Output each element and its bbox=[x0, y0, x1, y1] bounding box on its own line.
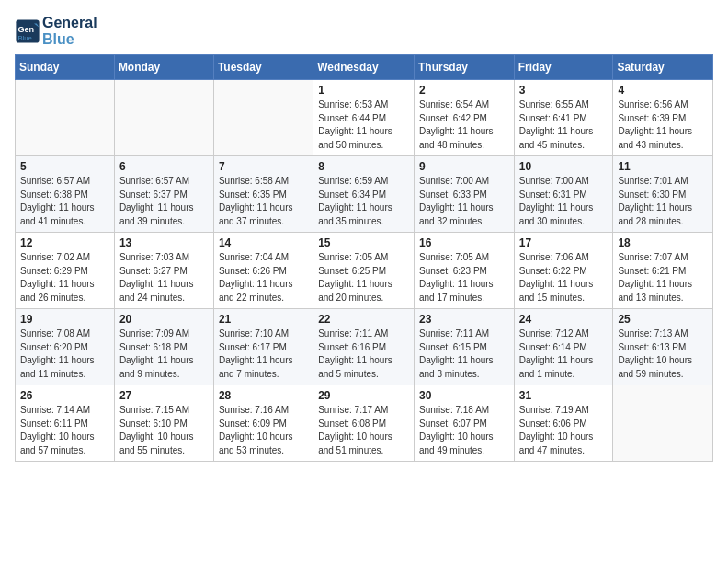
weekday-header-wednesday: Wednesday bbox=[313, 55, 415, 80]
day-number: 22 bbox=[318, 313, 409, 326]
calendar-cell: 9Sunrise: 7:00 AM Sunset: 6:33 PM Daylig… bbox=[414, 156, 514, 233]
logo-icon: Gen Blue bbox=[15, 18, 40, 44]
day-info: Sunrise: 7:18 AM Sunset: 6:07 PM Dayligh… bbox=[419, 404, 509, 457]
calendar-cell: 4Sunrise: 6:56 AM Sunset: 6:39 PM Daylig… bbox=[613, 80, 713, 156]
day-info: Sunrise: 7:11 AM Sunset: 6:16 PM Dayligh… bbox=[318, 327, 409, 381]
day-number: 23 bbox=[419, 313, 509, 326]
calendar-cell: 11Sunrise: 7:01 AM Sunset: 6:30 PM Dayli… bbox=[613, 156, 713, 233]
logo-text-line2: Blue bbox=[42, 31, 97, 48]
calendar-cell: 19Sunrise: 7:08 AM Sunset: 6:20 PM Dayli… bbox=[16, 309, 115, 385]
calendar-cell: 21Sunrise: 7:10 AM Sunset: 6:17 PM Dayli… bbox=[213, 309, 313, 385]
day-info: Sunrise: 6:56 AM Sunset: 6:39 PM Dayligh… bbox=[618, 98, 708, 152]
calendar-week-row: 5Sunrise: 6:57 AM Sunset: 6:38 PM Daylig… bbox=[16, 156, 713, 233]
day-info: Sunrise: 7:04 AM Sunset: 6:26 PM Dayligh… bbox=[219, 251, 308, 304]
day-number: 10 bbox=[519, 160, 609, 173]
calendar-header-row: SundayMondayTuesdayWednesdayThursdayFrid… bbox=[16, 55, 713, 80]
weekday-header-friday: Friday bbox=[514, 55, 613, 80]
day-info: Sunrise: 7:01 AM Sunset: 6:30 PM Dayligh… bbox=[618, 175, 708, 228]
day-info: Sunrise: 6:53 AM Sunset: 6:44 PM Dayligh… bbox=[318, 98, 409, 152]
day-info: Sunrise: 6:55 AM Sunset: 6:41 PM Dayligh… bbox=[519, 98, 609, 152]
svg-text:Blue: Blue bbox=[18, 33, 32, 41]
day-number: 1 bbox=[318, 84, 409, 97]
day-info: Sunrise: 7:09 AM Sunset: 6:18 PM Dayligh… bbox=[119, 327, 209, 381]
day-info: Sunrise: 7:11 AM Sunset: 6:15 PM Dayligh… bbox=[419, 327, 509, 381]
day-info: Sunrise: 7:17 AM Sunset: 6:08 PM Dayligh… bbox=[318, 404, 409, 457]
day-info: Sunrise: 7:08 AM Sunset: 6:20 PM Dayligh… bbox=[20, 327, 109, 381]
day-number: 8 bbox=[318, 160, 409, 173]
calendar-cell: 6Sunrise: 6:57 AM Sunset: 6:37 PM Daylig… bbox=[114, 156, 213, 233]
calendar-cell: 12Sunrise: 7:02 AM Sunset: 6:29 PM Dayli… bbox=[16, 233, 115, 309]
calendar-cell: 28Sunrise: 7:16 AM Sunset: 6:09 PM Dayli… bbox=[213, 385, 313, 462]
day-info: Sunrise: 7:12 AM Sunset: 6:14 PM Dayligh… bbox=[519, 327, 609, 381]
day-number: 14 bbox=[219, 236, 308, 249]
calendar-cell: 20Sunrise: 7:09 AM Sunset: 6:18 PM Dayli… bbox=[114, 309, 213, 385]
weekday-header-monday: Monday bbox=[114, 55, 213, 80]
calendar-cell: 26Sunrise: 7:14 AM Sunset: 6:11 PM Dayli… bbox=[16, 385, 115, 462]
calendar-cell bbox=[114, 80, 213, 156]
calendar-cell bbox=[613, 385, 713, 462]
day-info: Sunrise: 6:57 AM Sunset: 6:37 PM Dayligh… bbox=[119, 175, 209, 228]
day-number: 16 bbox=[419, 236, 509, 249]
weekday-header-tuesday: Tuesday bbox=[213, 55, 313, 80]
weekday-header-sunday: Sunday bbox=[16, 55, 115, 80]
day-info: Sunrise: 7:02 AM Sunset: 6:29 PM Dayligh… bbox=[20, 251, 109, 304]
logo: Gen Blue General Blue bbox=[15, 15, 97, 47]
calendar-cell: 13Sunrise: 7:03 AM Sunset: 6:27 PM Dayli… bbox=[114, 233, 213, 309]
day-number: 9 bbox=[419, 160, 509, 173]
day-number: 28 bbox=[219, 389, 308, 402]
calendar-cell: 3Sunrise: 6:55 AM Sunset: 6:41 PM Daylig… bbox=[514, 80, 613, 156]
calendar-cell bbox=[16, 80, 115, 156]
calendar-cell: 30Sunrise: 7:18 AM Sunset: 6:07 PM Dayli… bbox=[414, 385, 514, 462]
weekday-header-saturday: Saturday bbox=[613, 55, 713, 80]
day-info: Sunrise: 7:05 AM Sunset: 6:25 PM Dayligh… bbox=[318, 251, 409, 304]
day-number: 17 bbox=[519, 236, 609, 249]
calendar-cell: 8Sunrise: 6:59 AM Sunset: 6:34 PM Daylig… bbox=[313, 156, 415, 233]
calendar-cell: 17Sunrise: 7:06 AM Sunset: 6:22 PM Dayli… bbox=[514, 233, 613, 309]
calendar-cell: 5Sunrise: 6:57 AM Sunset: 6:38 PM Daylig… bbox=[16, 156, 115, 233]
calendar-cell: 22Sunrise: 7:11 AM Sunset: 6:16 PM Dayli… bbox=[313, 309, 415, 385]
day-number: 29 bbox=[318, 389, 409, 402]
calendar-table: SundayMondayTuesdayWednesdayThursdayFrid… bbox=[15, 54, 713, 462]
calendar-week-row: 1Sunrise: 6:53 AM Sunset: 6:44 PM Daylig… bbox=[16, 80, 713, 156]
calendar-cell: 23Sunrise: 7:11 AM Sunset: 6:15 PM Dayli… bbox=[414, 309, 514, 385]
calendar-cell: 29Sunrise: 7:17 AM Sunset: 6:08 PM Dayli… bbox=[313, 385, 415, 462]
day-info: Sunrise: 7:00 AM Sunset: 6:33 PM Dayligh… bbox=[419, 175, 509, 228]
day-info: Sunrise: 7:13 AM Sunset: 6:13 PM Dayligh… bbox=[618, 327, 708, 381]
day-info: Sunrise: 7:06 AM Sunset: 6:22 PM Dayligh… bbox=[519, 251, 609, 304]
day-info: Sunrise: 7:10 AM Sunset: 6:17 PM Dayligh… bbox=[219, 327, 308, 381]
calendar-cell: 14Sunrise: 7:04 AM Sunset: 6:26 PM Dayli… bbox=[213, 233, 313, 309]
day-number: 2 bbox=[419, 84, 509, 97]
day-info: Sunrise: 7:07 AM Sunset: 6:21 PM Dayligh… bbox=[618, 251, 708, 304]
calendar-cell: 7Sunrise: 6:58 AM Sunset: 6:35 PM Daylig… bbox=[213, 156, 313, 233]
day-number: 19 bbox=[20, 313, 109, 326]
day-info: Sunrise: 7:14 AM Sunset: 6:11 PM Dayligh… bbox=[20, 404, 109, 457]
day-info: Sunrise: 7:00 AM Sunset: 6:31 PM Dayligh… bbox=[519, 175, 609, 228]
calendar-week-row: 26Sunrise: 7:14 AM Sunset: 6:11 PM Dayli… bbox=[16, 385, 713, 462]
day-info: Sunrise: 6:59 AM Sunset: 6:34 PM Dayligh… bbox=[318, 175, 409, 228]
day-info: Sunrise: 6:57 AM Sunset: 6:38 PM Dayligh… bbox=[20, 175, 109, 228]
day-number: 5 bbox=[20, 160, 109, 173]
calendar-cell: 15Sunrise: 7:05 AM Sunset: 6:25 PM Dayli… bbox=[313, 233, 415, 309]
calendar-cell: 27Sunrise: 7:15 AM Sunset: 6:10 PM Dayli… bbox=[114, 385, 213, 462]
logo-text-line1: General bbox=[42, 15, 97, 31]
day-number: 27 bbox=[119, 389, 209, 402]
calendar-week-row: 19Sunrise: 7:08 AM Sunset: 6:20 PM Dayli… bbox=[16, 309, 713, 385]
day-number: 12 bbox=[20, 236, 109, 249]
day-number: 11 bbox=[618, 160, 708, 173]
calendar-week-row: 12Sunrise: 7:02 AM Sunset: 6:29 PM Dayli… bbox=[16, 233, 713, 309]
day-info: Sunrise: 7:19 AM Sunset: 6:06 PM Dayligh… bbox=[519, 404, 609, 457]
day-number: 31 bbox=[519, 389, 609, 402]
day-number: 15 bbox=[318, 236, 409, 249]
svg-text:Gen: Gen bbox=[18, 25, 35, 34]
day-info: Sunrise: 6:58 AM Sunset: 6:35 PM Dayligh… bbox=[219, 175, 308, 228]
page-header: Gen Blue General Blue bbox=[15, 15, 713, 47]
calendar-cell: 2Sunrise: 6:54 AM Sunset: 6:42 PM Daylig… bbox=[414, 80, 514, 156]
calendar-cell: 18Sunrise: 7:07 AM Sunset: 6:21 PM Dayli… bbox=[613, 233, 713, 309]
calendar-cell: 24Sunrise: 7:12 AM Sunset: 6:14 PM Dayli… bbox=[514, 309, 613, 385]
day-info: Sunrise: 7:05 AM Sunset: 6:23 PM Dayligh… bbox=[419, 251, 509, 304]
day-number: 21 bbox=[219, 313, 308, 326]
day-number: 7 bbox=[219, 160, 308, 173]
calendar-cell: 31Sunrise: 7:19 AM Sunset: 6:06 PM Dayli… bbox=[514, 385, 613, 462]
calendar-cell: 16Sunrise: 7:05 AM Sunset: 6:23 PM Dayli… bbox=[414, 233, 514, 309]
day-number: 24 bbox=[519, 313, 609, 326]
